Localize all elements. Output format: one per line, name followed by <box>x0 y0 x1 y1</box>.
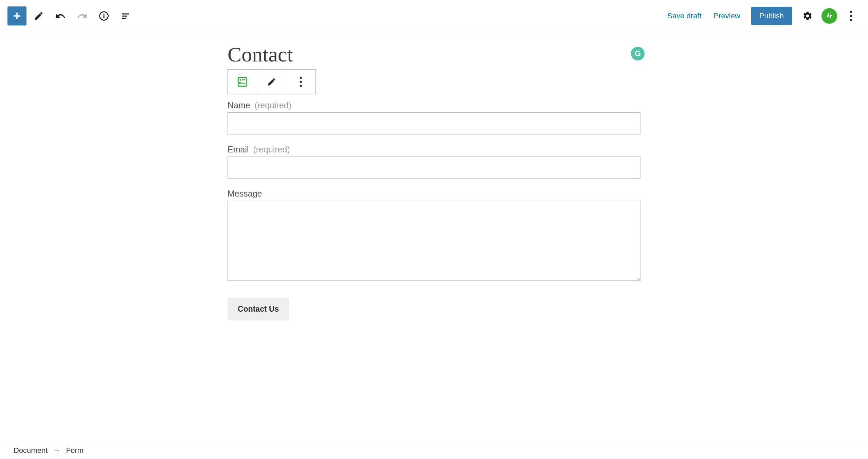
field-label-text: Email <box>228 145 249 154</box>
field-label-text: Name <box>228 100 250 110</box>
grammarly-badge[interactable]: G <box>631 47 645 60</box>
more-vert-icon <box>850 11 852 21</box>
edit-mode-button[interactable] <box>29 6 48 25</box>
info-button[interactable] <box>94 6 113 25</box>
jetpack-icon <box>821 8 837 24</box>
field-label: Message <box>228 189 640 199</box>
editor-topbar: Save draft Preview Publish <box>0 0 868 32</box>
jetpack-button[interactable] <box>820 6 839 25</box>
form-field-email: Email (required) <box>228 145 640 179</box>
save-draft-button[interactable]: Save draft <box>663 12 706 20</box>
field-label: Name (required) <box>228 100 640 110</box>
pencil-icon <box>267 77 276 87</box>
more-vert-icon <box>300 77 302 87</box>
email-input[interactable] <box>228 157 640 179</box>
preview-button[interactable]: Preview <box>709 12 745 20</box>
topbar-right-group: Save draft Preview Publish <box>663 6 861 25</box>
svg-rect-4 <box>239 79 241 80</box>
outline-icon <box>121 11 131 21</box>
svg-rect-2 <box>104 15 105 18</box>
undo-icon <box>55 11 66 21</box>
undo-button[interactable] <box>51 6 70 25</box>
block-more-button[interactable] <box>286 70 315 94</box>
field-required-text: (required) <box>255 100 291 110</box>
editor-canvas: Contact G Name (required) Email (require… <box>223 32 645 361</box>
svg-rect-3 <box>238 77 247 86</box>
outline-button[interactable] <box>116 6 135 25</box>
plus-icon <box>12 11 22 21</box>
field-label: Email (required) <box>228 145 640 154</box>
page-title[interactable]: Contact <box>228 42 640 67</box>
message-textarea[interactable] <box>228 201 640 281</box>
redo-icon <box>77 11 88 21</box>
more-options-button[interactable] <box>842 6 861 25</box>
svg-point-1 <box>103 14 105 15</box>
redo-button[interactable] <box>73 6 92 25</box>
info-icon <box>99 11 109 21</box>
edit-block-button[interactable] <box>257 70 286 94</box>
settings-button[interactable] <box>798 6 817 25</box>
field-required-text: (required) <box>253 145 290 154</box>
add-block-button[interactable] <box>7 6 26 25</box>
pencil-icon <box>34 11 44 21</box>
svg-rect-7 <box>242 83 245 84</box>
block-toolbar <box>228 69 316 94</box>
name-input[interactable] <box>228 112 640 134</box>
form-block-icon <box>237 76 248 88</box>
form-field-message: Message <box>228 189 640 282</box>
gear-icon <box>802 11 813 21</box>
field-label-text: Message <box>228 189 262 198</box>
form-field-name: Name (required) <box>228 100 640 134</box>
form-submit-button[interactable]: Contact Us <box>228 298 289 320</box>
publish-button[interactable]: Publish <box>751 7 792 25</box>
svg-rect-6 <box>239 82 241 84</box>
block-type-button[interactable] <box>228 70 257 94</box>
grammarly-letter: G <box>635 49 641 58</box>
svg-rect-5 <box>242 79 245 80</box>
topbar-left-group <box>7 6 135 25</box>
